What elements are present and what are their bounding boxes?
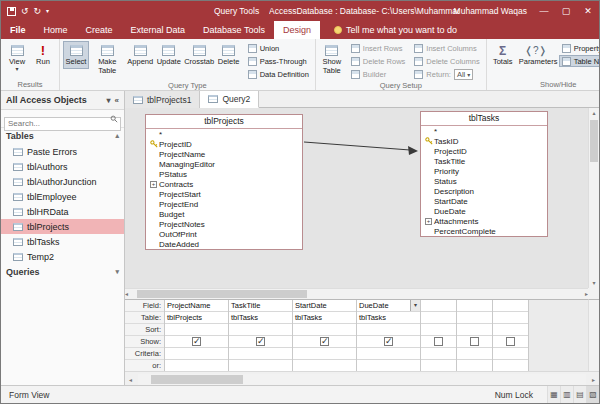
criteria-cell[interactable] xyxy=(357,348,420,360)
tab-design[interactable]: Design xyxy=(274,21,320,39)
table-cell[interactable] xyxy=(457,312,492,324)
design-horizontal-scrollbar[interactable]: ◂ ▸ xyxy=(125,288,588,299)
field-row[interactable]: ProjectID xyxy=(146,139,302,149)
delete-rows-button[interactable]: Delete Rows xyxy=(348,55,409,67)
nav-section-queries[interactable]: Queries ▾ xyxy=(1,264,124,280)
or-cell[interactable] xyxy=(293,360,356,371)
table-cell[interactable]: tblTasks xyxy=(229,312,292,324)
run-button[interactable]: ! Run xyxy=(30,41,56,69)
sort-cell[interactable] xyxy=(165,324,228,336)
sort-cell[interactable] xyxy=(357,324,420,336)
field-row[interactable]: StartDate xyxy=(421,196,547,206)
field-row[interactable]: ProjectStart xyxy=(146,189,302,199)
field-row[interactable]: Status xyxy=(421,176,547,186)
criteria-cell[interactable] xyxy=(493,348,528,360)
table-cell[interactable] xyxy=(493,312,528,324)
doc-tab-tblprojects1[interactable]: tblProjects1 xyxy=(125,91,200,108)
append-button[interactable]: Append xyxy=(126,41,155,69)
save-icon[interactable] xyxy=(7,7,16,16)
crosstab-button[interactable]: Crosstab xyxy=(183,41,216,69)
sidebar-item-tblhrdata[interactable]: tblHRData xyxy=(1,204,124,219)
show-cell[interactable] xyxy=(229,336,292,348)
builder-button[interactable]: Builder xyxy=(348,68,409,80)
datasheet-view-icon[interactable]: ▦ xyxy=(547,386,560,404)
show-cell[interactable] xyxy=(493,336,528,348)
sidebar-item-tbltasks[interactable]: tblTasks xyxy=(1,234,124,249)
show-checkbox[interactable] xyxy=(320,337,329,346)
return-control[interactable]: Return: All ▾ xyxy=(411,68,482,80)
or-cell[interactable] xyxy=(165,360,228,371)
grid-horizontal-scrollbar[interactable] xyxy=(138,374,586,385)
criteria-cell[interactable] xyxy=(421,348,456,360)
field-cell[interactable]: StartDate xyxy=(293,300,356,312)
field-cell[interactable]: TaskTitle xyxy=(229,300,292,312)
sidebar-item-tblauthorjunction[interactable]: tblAuthorJunction xyxy=(1,174,124,189)
sort-cell[interactable] xyxy=(457,324,492,336)
sort-cell[interactable] xyxy=(493,324,528,336)
expand-plus-icon[interactable]: + xyxy=(148,181,159,188)
user-name[interactable]: Muhammad Waqas xyxy=(454,1,527,21)
field-row[interactable]: TaskTitle xyxy=(421,156,547,166)
design-view-icon[interactable]: ▧ xyxy=(586,386,599,404)
sidebar-item-temp2[interactable]: Temp2 xyxy=(1,249,124,264)
sidebar-item-paste-errors[interactable]: Paste Errors xyxy=(1,144,124,159)
field-cell[interactable] xyxy=(457,300,492,312)
field-row[interactable]: DueDate xyxy=(421,206,547,216)
sort-cell[interactable] xyxy=(293,324,356,336)
or-cell[interactable] xyxy=(493,360,528,371)
table-cell[interactable] xyxy=(421,312,456,324)
delete-query-button[interactable]: Delete xyxy=(216,41,242,69)
scroll-left-icon[interactable]: ◂ xyxy=(125,289,128,299)
field-row[interactable]: PercentComplete xyxy=(421,226,547,236)
scrollbar-thumb[interactable] xyxy=(590,120,598,162)
sidebar-item-tblauthors[interactable]: tblAuthors xyxy=(1,159,124,174)
show-cell[interactable] xyxy=(421,336,456,348)
field-row[interactable]: ProjectNotes xyxy=(146,219,302,229)
field-row[interactable]: Priority xyxy=(421,166,547,176)
show-cell[interactable] xyxy=(457,336,492,348)
table-cell[interactable]: tblTasks xyxy=(357,312,420,324)
scroll-right-icon[interactable]: ▸ xyxy=(588,376,599,383)
field-cell[interactable] xyxy=(493,300,528,312)
grid-vertical-scrollbar[interactable] xyxy=(588,299,599,371)
field-row[interactable]: * xyxy=(146,129,302,139)
field-list-title[interactable]: tblTasks xyxy=(421,112,547,126)
field-list-tbltasks[interactable]: tblTasks * TaskID ProjectID TaskTitle Pr… xyxy=(420,111,548,237)
field-row[interactable]: +Contracts xyxy=(146,179,302,189)
field-row[interactable]: ProjectName xyxy=(146,149,302,159)
minimize-button[interactable]: — xyxy=(533,1,555,21)
chevron-down-icon[interactable]: ▾ xyxy=(107,96,111,105)
field-row[interactable]: TaskID xyxy=(421,136,547,146)
tell-me-box[interactable]: Tell me what you want to do xyxy=(334,21,457,39)
or-cell[interactable] xyxy=(421,360,456,371)
totals-button[interactable]: Σ Totals xyxy=(490,41,516,69)
scrollbar-thumb[interactable] xyxy=(151,375,243,384)
field-row[interactable]: OutOfPrint xyxy=(146,229,302,239)
field-row[interactable]: Budget xyxy=(146,209,302,219)
table-cell[interactable]: tblTasks xyxy=(293,312,356,324)
insert-rows-button[interactable]: Insert Rows xyxy=(348,42,409,54)
tab-home[interactable]: Home xyxy=(35,21,77,39)
pass-through-button[interactable]: Pass-Through xyxy=(245,55,312,67)
field-row[interactable]: ProjectID xyxy=(421,146,547,156)
union-button[interactable]: Union xyxy=(245,42,312,54)
field-cell[interactable]: ProjectName xyxy=(165,300,228,312)
shutter-close-icon[interactable]: « xyxy=(115,96,119,105)
delete-columns-button[interactable]: Delete Columns xyxy=(411,55,482,67)
or-cell[interactable] xyxy=(457,360,492,371)
tab-external-data[interactable]: External Data xyxy=(122,21,195,39)
close-button[interactable]: ✕ xyxy=(577,1,599,21)
nav-pane-header[interactable]: All Access Objects ▾ « xyxy=(1,91,124,110)
show-checkbox[interactable] xyxy=(192,337,201,346)
criteria-cell[interactable] xyxy=(165,348,228,360)
show-checkbox[interactable] xyxy=(256,337,265,346)
sidebar-item-tblemployee[interactable]: tblEmployee xyxy=(1,189,124,204)
scroll-up-icon[interactable]: ▴ xyxy=(589,108,599,118)
query-design-surface[interactable]: tblProjects * ProjectID ProjectName Mana… xyxy=(125,108,599,299)
field-cell[interactable] xyxy=(421,300,456,312)
show-cell[interactable] xyxy=(293,336,356,348)
insert-columns-button[interactable]: Insert Columns xyxy=(411,42,482,54)
sidebar-item-tblprojects[interactable]: tblProjects xyxy=(1,219,124,234)
maximize-button[interactable]: ▢ xyxy=(555,1,577,21)
undo-icon[interactable]: ↺ xyxy=(21,6,29,16)
